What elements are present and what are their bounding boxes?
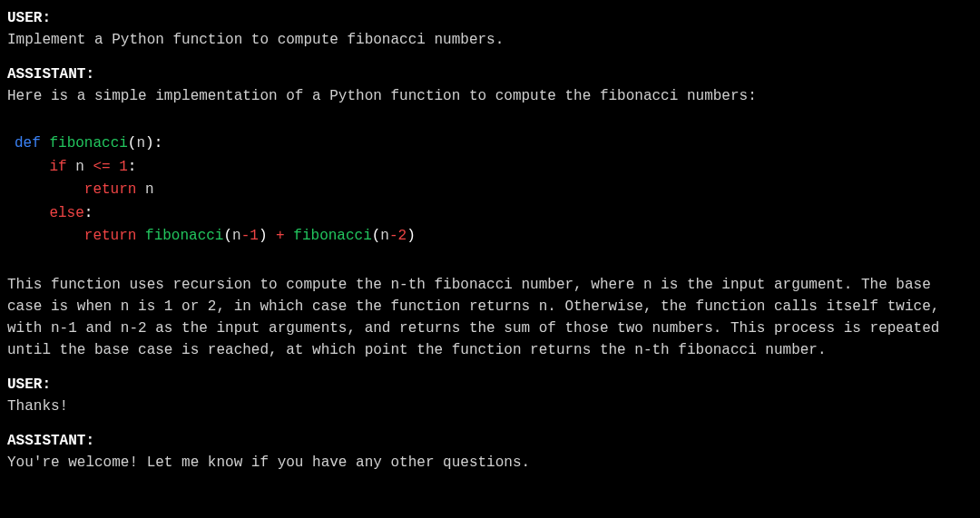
fn-call-1: fibonacci — [145, 228, 223, 244]
assistant-message-1: ASSISTANT: Here is a simple implementati… — [7, 64, 973, 361]
assistant-explanation-1: This function uses recursion to compute … — [7, 274, 973, 361]
code-block: def fibonacci(n): if n <= 1: return n el… — [7, 132, 973, 249]
assistant-label-1: ASSISTANT: — [7, 64, 973, 85]
assistant-text-2: You're welcome! Let me know if you have … — [7, 452, 973, 474]
num-1: 1 — [119, 159, 128, 175]
user-text-2: Thanks! — [7, 396, 973, 417]
close-paren: ) — [145, 135, 154, 151]
user-message-2: USER: Thanks! — [7, 374, 973, 417]
op-le: <= — [93, 159, 110, 175]
keyword-return: return — [84, 181, 137, 198]
colon: : — [154, 135, 163, 151]
assistant-label-2: ASSISTANT: — [7, 430, 973, 452]
user-label-1: USER: — [7, 7, 973, 29]
user-text-1: Implement a Python function to compute f… — [7, 29, 973, 51]
user-label-2: USER: — [7, 374, 973, 396]
open-paren: ( — [128, 135, 137, 151]
fn-call-2: fibonacci — [293, 228, 371, 244]
keyword-def: def — [15, 135, 41, 151]
assistant-message-2: ASSISTANT: You're welcome! Let me know i… — [7, 430, 973, 474]
user-message-1: USER: Implement a Python function to com… — [7, 7, 973, 51]
param-n: n — [136, 135, 145, 151]
keyword-else: else — [49, 205, 83, 221]
keyword-return-2: return — [84, 228, 137, 244]
keyword-if: if — [49, 159, 66, 175]
function-name: fibonacci — [49, 135, 127, 151]
assistant-intro-1: Here is a simple implementation of a Pyt… — [7, 85, 973, 107]
minus-1: - — [241, 228, 250, 244]
minus-2: - — [389, 228, 398, 244]
var-n: n — [75, 159, 84, 175]
plus: + — [276, 228, 285, 244]
